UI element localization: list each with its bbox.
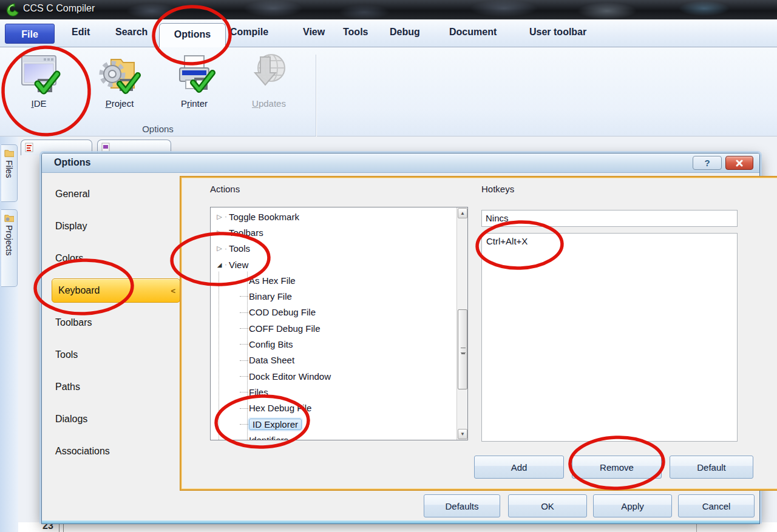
menu-bar: FileEditSearchOptionsCompileViewToolsDeb…	[0, 19, 777, 47]
hotkey-list[interactable]: Ctrl+Alt+X	[481, 233, 738, 442]
title-bar: CCS C Compiler	[0, 0, 777, 19]
tree-item-label: COD Debug File	[249, 307, 316, 317]
tree-item-id-explorer[interactable]: ID Explorer	[211, 416, 456, 432]
updates-button: Updates	[231, 51, 307, 123]
tree-item-files[interactable]: Files	[211, 384, 456, 400]
tree-item-toggle-bookmark[interactable]: ▷·Toggle Bookmark	[211, 209, 456, 224]
tree-item-label: Dock Editor Window	[249, 371, 331, 382]
defaults-button[interactable]: Defaults	[424, 494, 500, 517]
scroll-thumb[interactable]	[458, 309, 467, 389]
tree-item-label: Data Sheet	[249, 355, 294, 365]
printer-icon	[172, 52, 216, 96]
ribbon-button-label: Updates	[252, 98, 286, 109]
ribbon-group-label: Options	[0, 124, 316, 134]
tree-item-cod-debug-file[interactable]: COD Debug File	[211, 305, 456, 320]
dialog-title-bar[interactable]: Options ?	[42, 153, 759, 173]
hotkey-list-item[interactable]: Ctrl+Alt+X	[482, 234, 737, 249]
window-title: CCS C Compiler	[23, 3, 95, 14]
ok-button[interactable]: OK	[508, 494, 587, 517]
category-paths[interactable]: Paths	[49, 371, 171, 403]
tree-item-coff-debug-file[interactable]: COFF Debug File	[211, 320, 456, 336]
collapsed-node-icon[interactable]: ▷	[215, 213, 223, 221]
sidebar-tab-label: Projects	[4, 225, 14, 256]
menu-item-debug[interactable]: Debug	[390, 27, 420, 38]
add-button[interactable]: Add	[474, 456, 564, 479]
tree-item-label: Toolbars	[229, 227, 263, 238]
cancel-button[interactable]: Cancel	[678, 494, 755, 517]
updates-globe-icon	[247, 52, 291, 96]
settings-panel: Actions Hotkeys ▷·Toggle Bookmark▷·Toolb…	[180, 177, 777, 490]
printer-button[interactable]: Printer	[157, 51, 232, 123]
tree-item-label: Files	[249, 387, 268, 397]
category-associations[interactable]: Associations	[49, 435, 171, 467]
menu-item-user-toolbar[interactable]: User toolbar	[529, 27, 586, 38]
category-keyboard[interactable]: Keyboard<	[52, 278, 180, 303]
tree-item-label: As Hex File	[249, 275, 296, 286]
expanded-node-icon[interactable]: ◢	[215, 261, 223, 268]
close-button[interactable]	[725, 156, 753, 170]
tree-connector: ·	[225, 244, 227, 253]
project-gear-icon	[98, 52, 141, 96]
help-button[interactable]: ?	[693, 156, 722, 170]
category-general[interactable]: General	[49, 178, 171, 210]
menu-item-document[interactable]: Document	[449, 27, 497, 38]
project-folder-icon	[4, 214, 15, 223]
ribbon-button-label: IDE	[31, 98, 46, 109]
menu-item-view[interactable]: View	[303, 27, 325, 38]
menu-item-tools[interactable]: Tools	[343, 27, 368, 38]
ribbon-button-label: Printer	[181, 98, 208, 109]
default-button[interactable]: Default	[670, 456, 753, 479]
options-dialog: Options ? GeneralDisplayColorsKeyboard<T…	[41, 153, 760, 522]
menu-item-options[interactable]: Options	[159, 23, 226, 47]
remove-button[interactable]: Remove	[572, 456, 662, 479]
project-button[interactable]: Project	[82, 51, 157, 123]
tree-item-tools[interactable]: ▷·Tools	[211, 241, 456, 257]
tree-item-toolbars[interactable]: ▷·Toolbars	[211, 224, 456, 240]
hotkeys-label: Hotkeys	[481, 184, 514, 194]
hotkey-input[interactable]: Nincs	[481, 210, 738, 227]
source-file-icon	[25, 143, 35, 152]
tree-item-label: Toggle Bookmark	[229, 212, 299, 222]
tree-item-config-bits[interactable]: Config Bits	[211, 336, 456, 352]
scroll-down-button[interactable]: ▼	[458, 429, 467, 439]
category-toolbars[interactable]: Toolbars	[49, 306, 171, 338]
category-colors[interactable]: Colors	[49, 242, 171, 274]
tree-item-identifiers[interactable]: Identifiers	[211, 432, 456, 440]
app-logo-icon	[5, 2, 19, 17]
menu-item-edit[interactable]: Edit	[72, 27, 90, 38]
apply-button[interactable]: Apply	[593, 494, 672, 517]
tree-scrollbar[interactable]: ▲ ▼	[456, 207, 467, 440]
tree-item-binary-file[interactable]: Binary File	[211, 288, 456, 304]
tree-item-label: ID Explorer	[249, 419, 302, 430]
tree-connector: ·	[225, 212, 227, 221]
actions-tree: ▷·Toggle Bookmark▷·Toolbars▷·Tools◢·View…	[210, 207, 468, 440]
sidebar-tab-projects[interactable]: Projects	[1, 209, 18, 287]
sidebar-tab-files[interactable]: Files	[1, 144, 18, 202]
tree-item-data-sheet[interactable]: Data Sheet	[211, 352, 456, 368]
tree-item-as-hex-file[interactable]: As Hex File	[211, 272, 456, 288]
ide-button[interactable]: IDE	[1, 51, 76, 123]
actions-label: Actions	[210, 184, 240, 194]
tree-item-dock-editor-window[interactable]: Dock Editor Window	[211, 368, 456, 384]
sidebar-tab-label: Files	[4, 160, 14, 178]
header-file-icon	[101, 143, 111, 152]
category-dialogs[interactable]: Dialogs	[49, 403, 171, 435]
ide-window-icon	[17, 52, 61, 96]
tree-item-label: Hex Debug File	[249, 403, 311, 413]
category-display[interactable]: Display	[49, 210, 171, 242]
tree-item-view[interactable]: ◢·View	[211, 257, 456, 272]
menu-item-file[interactable]: File	[5, 24, 55, 44]
folder-icon	[4, 149, 15, 158]
tree-connector: ·	[225, 260, 227, 269]
close-icon	[736, 160, 743, 167]
collapsed-node-icon[interactable]: ▷	[215, 229, 223, 237]
scroll-up-button[interactable]: ▲	[458, 208, 467, 218]
collapsed-node-icon[interactable]: ▷	[215, 244, 223, 252]
tree-item-label: Binary File	[249, 291, 292, 301]
tree-item-label: COFF Debug File	[249, 323, 321, 334]
tree-item-hex-debug-file[interactable]: Hex Debug File	[211, 400, 456, 416]
menu-item-search[interactable]: Search	[115, 27, 148, 38]
category-tools[interactable]: Tools	[49, 338, 171, 371]
tree-connector: ·	[225, 228, 227, 237]
menu-item-compile[interactable]: Compile	[230, 27, 268, 38]
